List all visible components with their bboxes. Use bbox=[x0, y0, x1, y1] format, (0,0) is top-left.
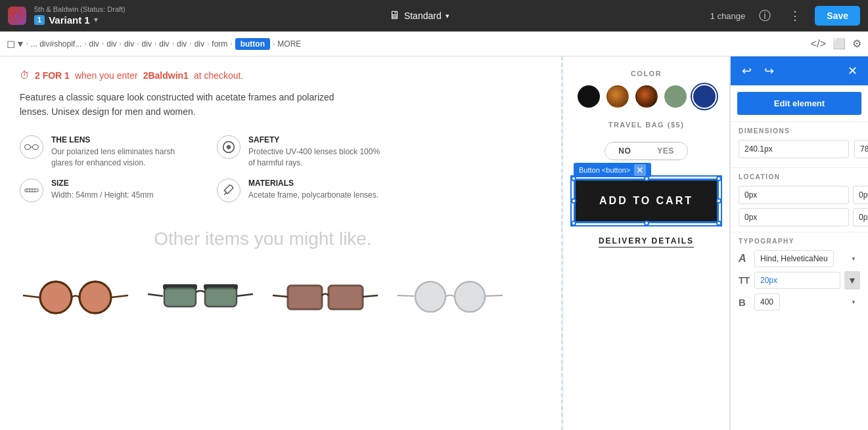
code-view-button[interactable]: </> bbox=[811, 38, 826, 50]
color-swatch-sage[interactable] bbox=[664, 85, 687, 108]
travel-bag-label: TRAVEL BAG ($5) bbox=[574, 121, 719, 129]
font-weight-wrapper: 400 bbox=[754, 293, 860, 311]
color-swatch-navy[interactable] bbox=[693, 85, 716, 108]
font-size-icon: TT bbox=[739, 275, 750, 286]
device-chevron-icon: ▾ bbox=[445, 12, 449, 20]
breadcrumb-item-1[interactable]: div bbox=[89, 39, 99, 49]
breadcrumb-item-more[interactable]: MORE bbox=[277, 39, 301, 49]
feature-materials-content: MATERIALS Acetate frame, polycarbonate l… bbox=[248, 179, 378, 201]
font-family-wrapper: Hind, HelveticaNeu bbox=[754, 250, 860, 267]
device-selector[interactable]: 🖥 Standard ▾ bbox=[384, 7, 455, 25]
clock-icon: ⏱ bbox=[20, 70, 30, 81]
variant-chevron-icon[interactable]: ▾ bbox=[94, 15, 98, 24]
handle-top-right[interactable] bbox=[716, 176, 721, 181]
font-weight-icon: B bbox=[739, 297, 750, 308]
color-swatches bbox=[574, 85, 719, 108]
other-items-section: Other items you might like. bbox=[20, 228, 506, 322]
travel-bag-section: TRAVEL BAG ($5) NO YES bbox=[574, 121, 719, 160]
more-menu-button[interactable]: ⋮ bbox=[785, 5, 806, 26]
handle-middle-left[interactable] bbox=[571, 198, 576, 204]
feature-safety-title: SAFETY bbox=[248, 135, 388, 144]
breadcrumb-bar: ◻ ▾ › ... div#shopif... › div › div › di… bbox=[0, 32, 868, 56]
sunglass-4[interactable] bbox=[394, 269, 506, 322]
topbar: 5th & Baldwin (Status: Draft) 1 Variant … bbox=[0, 0, 868, 32]
font-size-row: TT ▼ bbox=[739, 271, 860, 290]
element-badge-close-button[interactable]: ✕ bbox=[634, 164, 646, 176]
svg-line-32 bbox=[363, 295, 378, 297]
device-label: Standard bbox=[404, 11, 442, 21]
breadcrumb-item-4[interactable]: div bbox=[142, 39, 152, 49]
handle-bottom-left[interactable] bbox=[571, 221, 576, 226]
change-count: 1 change bbox=[710, 11, 746, 21]
font-family-icon: A bbox=[739, 253, 750, 265]
sunglass-2[interactable] bbox=[145, 269, 256, 322]
breadcrumb-item-7[interactable]: div bbox=[194, 39, 204, 49]
element-badge: Button <button> ✕ bbox=[574, 163, 651, 177]
svg-rect-25 bbox=[164, 287, 196, 307]
materials-icon bbox=[217, 179, 240, 202]
height-input[interactable] bbox=[854, 140, 868, 158]
width-input[interactable] bbox=[739, 140, 849, 158]
delivery-section: DELIVERY DETAILS bbox=[574, 236, 719, 247]
settings-button[interactable]: ⚙ bbox=[852, 37, 861, 50]
loc-x1-input[interactable] bbox=[739, 186, 849, 204]
travel-bag-toggle[interactable]: NO YES bbox=[605, 142, 688, 160]
feature-materials-desc: Acetate frame, polycarbonate lenses. bbox=[248, 190, 378, 201]
inspect-button[interactable]: ⬜ bbox=[833, 37, 846, 50]
info-button[interactable]: ⓘ bbox=[754, 5, 775, 26]
delivery-details-link[interactable]: DELIVERY DETAILS bbox=[599, 236, 694, 247]
color-swatch-black[interactable] bbox=[578, 85, 600, 108]
loc-y1-input[interactable] bbox=[853, 186, 868, 204]
add-to-cart-wrapper: ADD TO CART bbox=[574, 179, 719, 223]
breadcrumb-item-button[interactable]: button bbox=[235, 38, 270, 50]
font-family-select[interactable]: Hind, HelveticaNeu bbox=[754, 250, 834, 267]
sunglass-3[interactable] bbox=[269, 269, 381, 322]
svg-line-28 bbox=[237, 294, 253, 296]
editor-panel: ↩ ↪ ✕ Edit element DIMENSIONS LOCATION bbox=[730, 56, 868, 430]
breadcrumb-item-0[interactable]: ... div#shopif... bbox=[31, 39, 81, 49]
variant-title: Variant 1 bbox=[49, 14, 90, 26]
undo-button[interactable]: ↩ bbox=[737, 62, 756, 80]
font-size-stepper[interactable]: ▼ bbox=[844, 271, 860, 290]
sunglass-1[interactable] bbox=[20, 269, 131, 322]
breadcrumb-selector[interactable]: ◻ ▾ bbox=[7, 37, 23, 50]
feature-lens-desc: Our polarized lens eliminates harsh glar… bbox=[51, 146, 191, 169]
location-label: LOCATION bbox=[739, 173, 860, 181]
svg-line-29 bbox=[273, 295, 288, 297]
edit-element-button[interactable]: Edit element bbox=[737, 92, 861, 115]
font-size-input[interactable] bbox=[754, 272, 840, 289]
typography-label: TYPOGRAPHY bbox=[739, 238, 860, 245]
feature-materials: MATERIALS Acetate frame, polycarbonate l… bbox=[217, 179, 388, 202]
breadcrumb-item-form[interactable]: form bbox=[212, 39, 227, 49]
handle-bottom-center[interactable] bbox=[644, 221, 649, 226]
breadcrumb-item-5[interactable]: div bbox=[159, 39, 169, 49]
svg-rect-31 bbox=[329, 286, 363, 309]
handle-bottom-right[interactable] bbox=[716, 221, 721, 226]
promo-end: at checkout. bbox=[194, 70, 244, 81]
topbar-right: 1 change ⓘ ⋮ Save bbox=[710, 5, 860, 26]
close-panel-button[interactable]: ✕ bbox=[843, 62, 861, 80]
redo-button[interactable]: ↪ bbox=[760, 62, 778, 80]
color-swatch-amber[interactable] bbox=[606, 85, 629, 108]
page-area: ⏱ 2 FOR 1 when you enter 2Baldwin1 at ch… bbox=[0, 56, 562, 430]
handle-middle-right[interactable] bbox=[716, 198, 721, 204]
svg-line-36 bbox=[485, 295, 503, 296]
loc-x2-input[interactable] bbox=[739, 208, 849, 226]
breadcrumb-item-3[interactable]: div bbox=[124, 39, 134, 49]
variant-selector[interactable]: 1 Variant 1 ▾ bbox=[34, 14, 126, 26]
page-content: ⏱ 2 FOR 1 when you enter 2Baldwin1 at ch… bbox=[0, 56, 526, 348]
feature-size-content: SIZE Width: 54mm / Height: 45mm bbox=[51, 179, 153, 201]
add-to-cart-button[interactable]: ADD TO CART bbox=[574, 179, 719, 223]
promo-code: 2Baldwin1 bbox=[143, 70, 189, 81]
loc-y2-input[interactable] bbox=[853, 208, 868, 226]
feature-size-title: SIZE bbox=[51, 179, 153, 188]
save-button[interactable]: Save bbox=[815, 6, 860, 26]
toggle-no[interactable]: NO bbox=[605, 142, 644, 160]
breadcrumb-item-6[interactable]: div bbox=[177, 39, 187, 49]
font-weight-select[interactable]: 400 bbox=[754, 293, 780, 311]
promo-suffix: when you enter bbox=[75, 70, 138, 81]
breadcrumb-item-2[interactable]: div bbox=[106, 39, 116, 49]
color-swatch-tortoise[interactable] bbox=[635, 85, 658, 108]
toggle-yes[interactable]: YES bbox=[644, 142, 687, 160]
svg-line-33 bbox=[398, 295, 414, 296]
